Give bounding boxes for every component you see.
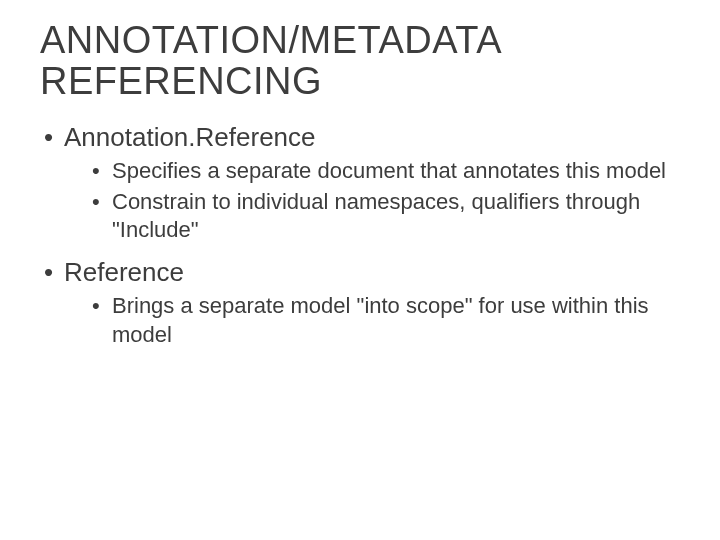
sub-bullet-item: Brings a separate model "into scope" for… xyxy=(92,292,680,349)
sub-bullet-list: Specifies a separate document that annot… xyxy=(64,157,680,245)
sub-bullet-item: Specifies a separate document that annot… xyxy=(92,157,680,186)
bullet-list: Annotation.Reference Specifies a separat… xyxy=(40,120,680,349)
bullet-item: Reference Brings a separate model "into … xyxy=(44,255,680,349)
bullet-item: Annotation.Reference Specifies a separat… xyxy=(44,120,680,245)
bullet-item-label: Reference xyxy=(64,257,184,287)
bullet-item-label: Annotation.Reference xyxy=(64,122,316,152)
sub-bullet-list: Brings a separate model "into scope" for… xyxy=(64,292,680,349)
slide-title: ANNOTATION/METADATA REFERENCING xyxy=(40,20,680,102)
slide: ANNOTATION/METADATA REFERENCING Annotati… xyxy=(0,0,720,540)
sub-bullet-item: Constrain to individual namespaces, qual… xyxy=(92,188,680,245)
